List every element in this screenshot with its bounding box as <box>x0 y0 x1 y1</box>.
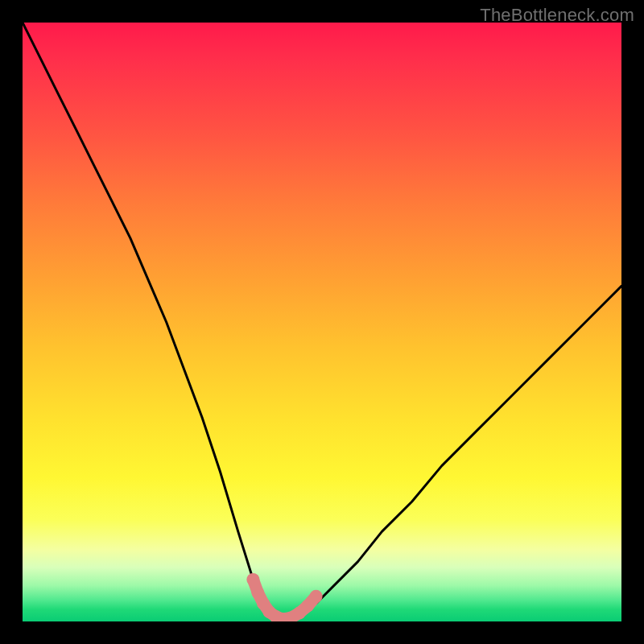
highlight-dot <box>310 590 323 603</box>
watermark-text: TheBottleneck.com <box>480 5 634 26</box>
curve-layer <box>23 23 621 621</box>
bottleneck-curve <box>23 23 621 621</box>
highlight-dot <box>246 573 259 586</box>
chart-frame: TheBottleneck.com <box>0 0 644 644</box>
highlight-dots <box>246 573 322 621</box>
plot-area <box>23 23 621 621</box>
